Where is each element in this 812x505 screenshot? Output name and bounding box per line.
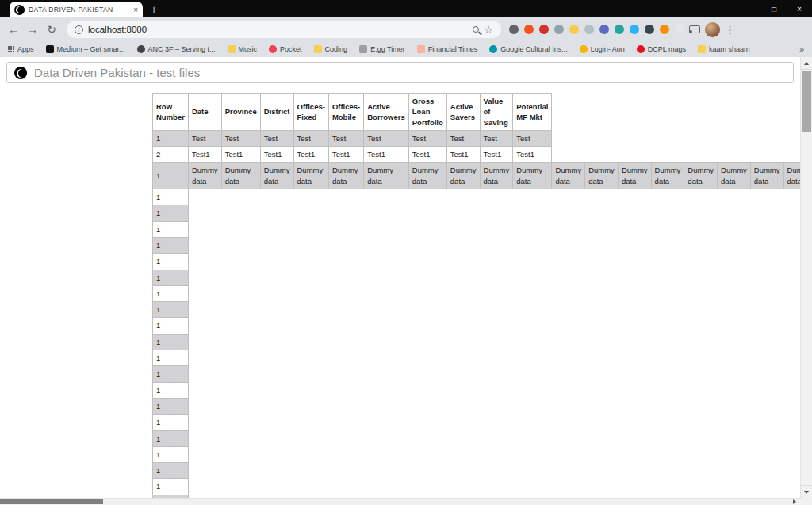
- table-cell: Dummy data: [364, 163, 409, 189]
- column-header: Potential MF Mkt: [513, 94, 552, 131]
- extension-swoosh-icon[interactable]: [509, 25, 519, 34]
- table-cell: 1: [153, 463, 189, 479]
- info-icon[interactable]: i: [75, 25, 83, 34]
- table-cell: Test1: [364, 147, 409, 163]
- extension-bird-icon[interactable]: [554, 25, 564, 34]
- extension-light-icon[interactable]: [675, 25, 684, 34]
- extension-gray-icon[interactable]: [584, 25, 594, 34]
- table-row: 1: [153, 463, 801, 479]
- scroll-right-button[interactable]: [790, 499, 799, 505]
- column-header: District: [260, 94, 293, 131]
- column-header: Date: [188, 94, 221, 131]
- bookmark-label: Google Cultural Ins...: [500, 45, 568, 53]
- bookmark-item[interactable]: Medium – Get smar...: [46, 45, 125, 53]
- vertical-scrollbar-thumb[interactable]: [802, 71, 811, 132]
- extension-red-badge-icon[interactable]: [539, 25, 549, 34]
- address-text[interactable]: localhost:8000: [88, 25, 468, 34]
- table-cell: 1: [153, 446, 189, 462]
- table-cell: Test1: [513, 147, 552, 163]
- table-head: Row NumberDateProvinceDistrictOffices-Fi…: [153, 94, 801, 131]
- table-cell: 1: [153, 398, 189, 414]
- bookmark-label: Medium – Get smar...: [57, 45, 125, 53]
- bookmark-item[interactable]: Coding: [314, 45, 348, 53]
- table-cell: Dummy data: [750, 163, 783, 189]
- table-cell: Dummy data: [188, 163, 221, 189]
- cast-icon[interactable]: [689, 25, 700, 33]
- table-cell: 1: [153, 189, 189, 205]
- bookmark-label: Pocket: [280, 45, 302, 53]
- table-cell: 1: [153, 205, 189, 221]
- table-cell: Test1: [221, 147, 260, 163]
- bookmarks-overflow-icon[interactable]: »: [799, 44, 804, 54]
- bookmark-item[interactable]: Pocket: [269, 45, 302, 53]
- table-cell: Test1: [408, 147, 446, 163]
- bookmark-item[interactable]: Financial Times: [417, 45, 478, 53]
- extension-yellow-note-icon[interactable]: [569, 25, 579, 34]
- page-header: Data Driven Pakistan - test files: [6, 62, 794, 83]
- table-cell: Test1: [480, 147, 513, 163]
- tab-close-icon[interactable]: ×: [133, 6, 138, 14]
- bookmark-item[interactable]: DCPL mags: [637, 45, 686, 53]
- browser-tab[interactable]: DATA DRIVEN PAKISTAN ×: [10, 2, 143, 17]
- titlebar: DATA DRIVEN PAKISTAN × + — □ ×: [0, 0, 812, 17]
- table-cell: Test: [188, 130, 221, 146]
- table-row: 2Test1Test1Test1Test1Test1Test1Test1Test…: [153, 147, 801, 163]
- menu-icon[interactable]: ⋮: [725, 24, 734, 36]
- column-header: Province: [221, 94, 260, 131]
- horizontal-scrollbar-thumb[interactable]: [0, 499, 103, 504]
- back-icon[interactable]: ←: [6, 23, 21, 36]
- table-cell: 1: [153, 302, 189, 318]
- extension-indigo-icon[interactable]: [599, 25, 609, 34]
- table-cell: Dummy data: [684, 163, 718, 189]
- bookmark-star-icon[interactable]: ☆: [484, 24, 493, 36]
- table-cell: 1: [153, 430, 189, 446]
- table-cell: 1: [153, 382, 189, 398]
- data-driven-pakistan-logo-icon: [14, 67, 27, 79]
- vertical-scrollbar[interactable]: [800, 57, 812, 498]
- reload-icon[interactable]: ↻: [44, 23, 59, 36]
- table-row: 1: [153, 302, 801, 318]
- table-row: 1: [153, 254, 801, 270]
- table-cell: 1: [153, 130, 189, 146]
- table-cell: Test1: [446, 147, 480, 163]
- bookmark-item[interactable]: Google Cultural Ins...: [489, 45, 568, 53]
- bookmark-label: Financial Times: [428, 45, 478, 53]
- extension-blue-icon[interactable]: [630, 25, 639, 34]
- profile-avatar[interactable]: [705, 22, 720, 37]
- data-table: Row NumberDateProvinceDistrictOffices-Fi…: [152, 93, 800, 498]
- horizontal-scrollbar[interactable]: [0, 498, 812, 505]
- scroll-down-button[interactable]: [801, 485, 812, 498]
- table-row: 1: [153, 446, 801, 462]
- bookmark-label: DCPL mags: [648, 45, 686, 53]
- bookmark-item[interactable]: ANC 3F – Serving t...: [137, 45, 216, 53]
- extension-pencil-icon[interactable]: [660, 25, 669, 34]
- bookmark-item[interactable]: Music: [228, 45, 258, 53]
- table-row: 1: [153, 398, 801, 414]
- extension-droplet-icon[interactable]: [645, 25, 654, 34]
- table-cell: 1: [153, 237, 189, 253]
- bookmark-item[interactable]: E.gg Timer: [359, 45, 405, 53]
- table-row: 1: [153, 270, 801, 285]
- bookmarks-items: Medium – Get smar...ANC 3F – Serving t..…: [46, 45, 787, 53]
- new-tab-button[interactable]: +: [151, 3, 157, 17]
- table-cell: 1: [153, 415, 189, 430]
- arrow-up-icon: [804, 62, 809, 65]
- table-row: 1: [153, 479, 801, 495]
- folder-icon: [228, 45, 236, 53]
- close-icon[interactable]: ×: [787, 0, 812, 17]
- zoom-icon[interactable]: [473, 26, 479, 33]
- maximize-icon[interactable]: □: [761, 0, 787, 17]
- extension-orange-arrow-icon[interactable]: [524, 25, 534, 34]
- apps-shortcut[interactable]: Apps: [8, 45, 34, 53]
- column-header: Active Savers: [446, 94, 480, 131]
- minimize-icon[interactable]: —: [736, 0, 761, 17]
- bookmark-item[interactable]: kaam shaam: [698, 45, 750, 53]
- bookmark-item[interactable]: Login- Aon: [580, 45, 625, 53]
- circle-icon: [137, 45, 145, 53]
- scroll-up-button[interactable]: [801, 57, 812, 70]
- table-row: 1: [153, 205, 801, 221]
- extension-teal-icon[interactable]: [615, 25, 624, 34]
- forward-icon[interactable]: →: [25, 23, 40, 36]
- address-bar[interactable]: i localhost:8000 ☆: [67, 21, 501, 38]
- column-header: Active Borrowers: [364, 94, 409, 131]
